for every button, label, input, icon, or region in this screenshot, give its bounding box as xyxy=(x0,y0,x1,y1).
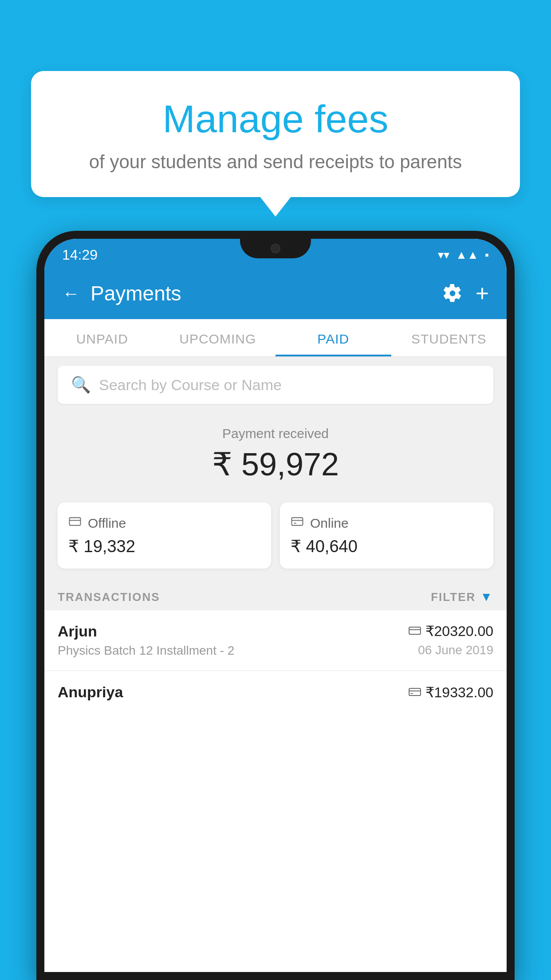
filter-button[interactable]: FILTER ▼ xyxy=(431,590,493,604)
search-icon: 🔍 xyxy=(71,375,91,394)
status-time: 14:29 xyxy=(62,247,98,263)
offline-amount: ₹ 19,332 xyxy=(68,537,260,556)
camera xyxy=(271,244,280,253)
search-placeholder: Search by Course or Name xyxy=(99,376,282,394)
offline-label: Offline xyxy=(88,516,126,531)
payment-total-amount: ₹ 59,972 xyxy=(58,446,493,483)
transaction-left-2: Anupriya xyxy=(58,684,123,704)
wifi-icon: ▾▾ xyxy=(438,248,449,262)
phone-inner: 14:29 ▾▾ ▲▲ ▪ ← Payments + UNPAID UPC xyxy=(44,239,507,972)
notch xyxy=(240,239,311,258)
transaction-list: Arjun Physics Batch 12 Installment - 2 ₹… xyxy=(44,610,507,972)
transaction-right-2: ₹19332.00 xyxy=(409,684,493,704)
back-button[interactable]: ← xyxy=(62,284,80,304)
transaction-name-2: Anupriya xyxy=(58,684,123,701)
gear-icon[interactable] xyxy=(443,284,462,303)
filter-icon: ▼ xyxy=(480,590,493,604)
tab-unpaid[interactable]: UNPAID xyxy=(44,319,160,356)
speech-bubble: Manage fees of your students and send re… xyxy=(31,71,520,197)
online-card-header: Online xyxy=(291,515,483,531)
signal-icon: ▲▲ xyxy=(456,248,478,262)
online-card: Online ₹ 40,640 xyxy=(280,502,493,569)
svg-rect-0 xyxy=(70,518,81,526)
page-title: Payments xyxy=(91,281,181,305)
app-header: ← Payments + xyxy=(44,268,507,319)
tab-students[interactable]: STUDENTS xyxy=(391,319,507,356)
payment-cards: Offline ₹ 19,332 Online ₹ 40,640 xyxy=(44,502,507,582)
add-button[interactable]: + xyxy=(476,280,489,307)
online-amount: ₹ 40,640 xyxy=(291,537,483,556)
offline-card-header: Offline xyxy=(68,515,260,531)
search-bar[interactable]: 🔍 Search by Course or Name xyxy=(58,366,493,404)
table-row[interactable]: Anupriya ₹19332.00 xyxy=(44,671,507,717)
tab-paid[interactable]: PAID xyxy=(276,319,391,356)
transaction-left-1: Arjun Physics Batch 12 Installment - 2 xyxy=(58,623,234,658)
search-container: 🔍 Search by Course or Name xyxy=(44,357,507,413)
bubble-subtitle: of your students and send receipts to pa… xyxy=(53,151,498,173)
status-icons: ▾▾ ▲▲ ▪ xyxy=(438,248,489,262)
payment-method-icon-2 xyxy=(409,685,421,699)
svg-rect-5 xyxy=(409,627,421,634)
filter-label: FILTER xyxy=(431,590,476,604)
svg-rect-2 xyxy=(292,518,303,526)
online-label: Online xyxy=(310,516,349,531)
transaction-amount-1: ₹20320.00 xyxy=(425,623,493,640)
transaction-amount-row-1: ₹20320.00 xyxy=(409,623,493,640)
transaction-date-1: 06 June 2019 xyxy=(409,643,493,657)
payment-method-icon-1 xyxy=(409,624,421,638)
phone-frame: 14:29 ▾▾ ▲▲ ▪ ← Payments + UNPAID UPC xyxy=(36,231,515,980)
transactions-header: TRANSACTIONS FILTER ▼ xyxy=(44,582,507,610)
status-bar: 14:29 ▾▾ ▲▲ ▪ xyxy=(44,239,507,268)
header-right: + xyxy=(443,280,489,307)
offline-card: Offline ₹ 19,332 xyxy=(58,502,271,569)
online-icon xyxy=(291,515,304,531)
transaction-right-1: ₹20320.00 06 June 2019 xyxy=(409,623,493,657)
bubble-title: Manage fees xyxy=(53,98,498,141)
transactions-label: TRANSACTIONS xyxy=(58,590,160,604)
transaction-amount-row-2: ₹19332.00 xyxy=(409,684,493,701)
payment-received-section: Payment received ₹ 59,972 xyxy=(44,413,507,502)
tabs: UNPAID UPCOMING PAID STUDENTS xyxy=(44,319,507,357)
payment-received-label: Payment received xyxy=(58,426,493,441)
tab-upcoming[interactable]: UPCOMING xyxy=(160,319,276,356)
battery-icon: ▪ xyxy=(485,248,489,262)
svg-rect-7 xyxy=(409,688,421,695)
table-row[interactable]: Arjun Physics Batch 12 Installment - 2 ₹… xyxy=(44,610,507,671)
header-left: ← Payments xyxy=(62,281,181,305)
transaction-desc-1: Physics Batch 12 Installment - 2 xyxy=(58,644,234,658)
transaction-name-1: Arjun xyxy=(58,623,234,640)
transaction-amount-2: ₹19332.00 xyxy=(425,684,493,701)
offline-icon xyxy=(68,515,82,531)
